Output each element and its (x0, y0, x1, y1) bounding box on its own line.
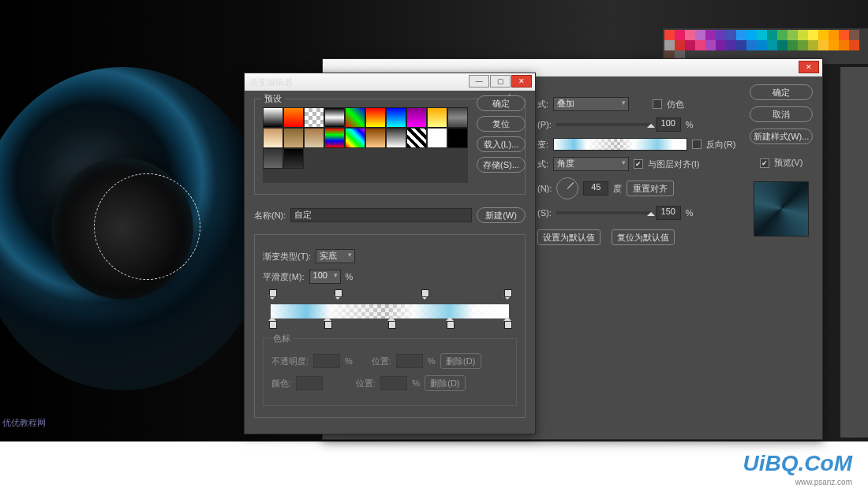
preset-gradient[interactable] (406, 128, 427, 148)
preset-gradient[interactable] (345, 107, 365, 128)
swatch[interactable] (675, 40, 685, 50)
preset-gradient[interactable] (386, 107, 406, 128)
swatch[interactable] (726, 40, 736, 50)
angle-dial[interactable] (556, 177, 578, 199)
swatch[interactable] (716, 40, 726, 50)
color-stop[interactable] (324, 319, 331, 329)
preset-gradient[interactable] (345, 128, 365, 148)
swatch[interactable] (685, 30, 695, 40)
swatch[interactable] (746, 30, 757, 40)
gradient-bar[interactable] (263, 290, 517, 333)
set-default-button[interactable]: 设置为默认值 (537, 229, 600, 245)
dither-checkbox[interactable] (653, 99, 662, 109)
preset-gradient[interactable] (365, 128, 386, 148)
swatch[interactable] (705, 40, 716, 50)
swatch[interactable] (705, 30, 716, 40)
preset-gradient[interactable] (304, 107, 324, 128)
preset-gradient[interactable] (365, 107, 386, 128)
swatch[interactable] (664, 40, 675, 50)
swatch[interactable] (798, 30, 808, 40)
swatch[interactable] (695, 30, 705, 40)
preview-checkbox[interactable]: ✔ (760, 158, 769, 168)
swatch[interactable] (829, 40, 839, 50)
opacity-slider[interactable] (556, 123, 651, 126)
opacity-stop[interactable] (503, 294, 511, 304)
opacity-stop[interactable] (334, 294, 342, 304)
new-style-button[interactable]: 新建样式(W)... (750, 129, 813, 144)
color-stop[interactable] (446, 319, 454, 329)
preset-gradient[interactable] (406, 107, 427, 128)
close-icon[interactable]: ✕ (799, 61, 819, 73)
preset-gradient[interactable] (304, 128, 324, 148)
preset-gradient[interactable] (324, 128, 345, 148)
swatch[interactable] (675, 30, 685, 40)
close-icon[interactable]: ✕ (511, 75, 532, 88)
swatch[interactable] (849, 30, 859, 40)
swatch[interactable] (818, 40, 829, 50)
swatch[interactable] (685, 40, 695, 50)
swatch[interactable] (839, 40, 849, 50)
align-checkbox[interactable]: ✔ (634, 159, 643, 169)
preset-gradient[interactable] (263, 107, 283, 128)
gradient-preview[interactable] (553, 138, 687, 151)
swatch[interactable] (777, 30, 788, 40)
cancel-button[interactable]: 取消 (750, 106, 813, 122)
swatch[interactable] (777, 40, 788, 50)
name-input[interactable]: 自定 (290, 208, 472, 222)
preset-grid[interactable] (263, 107, 468, 183)
style-select[interactable]: 角度 (553, 157, 629, 171)
load-button[interactable]: 载入(L)... (477, 136, 526, 152)
swatch[interactable] (767, 30, 777, 40)
opacity-stop[interactable] (268, 294, 276, 304)
reset-align-button[interactable]: 重置对齐 (627, 181, 674, 196)
blend-mode-select[interactable]: 叠加 (553, 97, 629, 111)
minimize-icon[interactable]: — (469, 75, 489, 88)
swatch[interactable] (849, 40, 859, 50)
ok-button[interactable]: 确定 (477, 95, 526, 111)
color-stop[interactable] (387, 319, 395, 329)
preset-gradient[interactable] (447, 128, 468, 148)
reset-button[interactable]: 复位 (477, 116, 526, 132)
angle-value[interactable]: 45 (583, 181, 608, 196)
color-stop[interactable] (268, 319, 276, 329)
reset-default-button[interactable]: 复位为默认值 (612, 229, 675, 245)
reverse-checkbox[interactable] (692, 140, 702, 149)
swatch[interactable] (757, 30, 767, 40)
scale-value[interactable]: 150 (656, 206, 681, 220)
preset-gradient[interactable] (427, 128, 447, 148)
swatch[interactable] (808, 30, 818, 40)
swatch[interactable] (726, 30, 736, 40)
titlebar[interactable]: 渐变编辑器 — ▢ ✕ (245, 73, 535, 91)
ok-button[interactable]: 确定 (750, 84, 813, 100)
swatch[interactable] (695, 40, 705, 50)
preset-gradient[interactable] (324, 107, 345, 128)
opacity-value[interactable]: 100 (656, 117, 681, 132)
smooth-input[interactable]: 100 (309, 270, 341, 284)
preset-gradient[interactable] (427, 107, 447, 128)
preset-gradient[interactable] (283, 107, 304, 128)
swatch[interactable] (788, 30, 798, 40)
swatch[interactable] (808, 40, 818, 50)
preset-gradient[interactable] (283, 148, 304, 169)
preset-gradient[interactable] (386, 128, 406, 148)
scale-slider[interactable] (556, 211, 651, 214)
preset-gradient[interactable] (283, 128, 304, 148)
swatch[interactable] (736, 40, 746, 50)
swatch[interactable] (736, 30, 746, 40)
opacity-stop[interactable] (421, 294, 428, 304)
preset-gradient[interactable] (263, 148, 283, 169)
swatch[interactable] (788, 40, 798, 50)
swatch[interactable] (798, 40, 808, 50)
preset-gradient[interactable] (263, 128, 283, 148)
swatch[interactable] (664, 30, 675, 40)
swatch[interactable] (757, 40, 767, 50)
maximize-icon[interactable]: ▢ (490, 75, 511, 88)
preset-gradient[interactable] (447, 107, 468, 128)
color-stop[interactable] (503, 319, 511, 329)
swatch[interactable] (839, 30, 849, 40)
save-button[interactable]: 存储(S)... (477, 157, 526, 173)
swatch[interactable] (716, 30, 726, 40)
swatch[interactable] (767, 40, 777, 50)
swatch[interactable] (746, 40, 757, 50)
swatch[interactable] (818, 30, 829, 40)
